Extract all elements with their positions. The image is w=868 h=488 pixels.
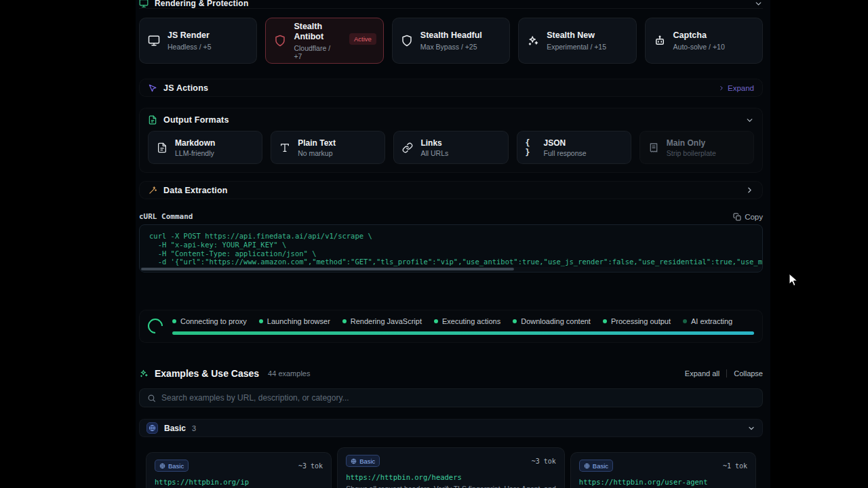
progress-steps: Connecting to proxy Launching browser Re…: [172, 317, 754, 325]
badge-label: Basic: [168, 462, 184, 470]
chevron-down-icon[interactable]: [747, 424, 755, 432]
format-card-main-only[interactable]: Main Only Strip boilerplate: [639, 131, 754, 164]
loading-spinner-icon: [144, 315, 165, 336]
robot-icon: [654, 35, 666, 47]
chevron-right-icon: [718, 85, 725, 92]
code-line: curl -X POST https://api.finedata.ai/api…: [149, 232, 753, 241]
step-label: Executing actions: [442, 317, 500, 325]
format-card-links[interactable]: Links All URLs: [393, 131, 508, 164]
category-row-basic[interactable]: Basic 3: [139, 419, 763, 437]
card-title: Stealth Headful: [420, 30, 482, 41]
protection-cards-row: JS Render Headless / +5 Stealth Antibot …: [139, 18, 763, 64]
section-title: JS Actions: [163, 83, 208, 93]
status-dot-icon: [259, 319, 263, 323]
section-title: Output Formats: [163, 115, 229, 125]
status-dot-icon: [683, 319, 687, 323]
status-dot-icon: [603, 319, 607, 323]
mouse-cursor-icon: [789, 273, 799, 287]
step-label: Launching browser: [267, 317, 330, 325]
basic-badge: Basic: [155, 460, 189, 472]
expand-label: Expand: [728, 84, 754, 92]
example-description: Shows all request headers. Verify TLS fi…: [346, 485, 556, 488]
monitor-icon: [148, 35, 160, 47]
chevron-down-icon[interactable]: [745, 116, 754, 125]
rendering-protection-header[interactable]: Rendering & Protection: [139, 0, 763, 9]
code-line: -H "Content-Type: application/json" \: [149, 249, 753, 258]
protection-card-js-render[interactable]: JS Render Headless / +5: [139, 18, 257, 64]
badge-label: Basic: [593, 462, 608, 470]
active-badge: Active: [349, 33, 376, 45]
step-label: Rendering JavaScript: [351, 317, 422, 325]
horizontal-scrollbar[interactable]: [140, 267, 762, 271]
globe-icon: [351, 458, 357, 464]
curl-code-block[interactable]: curl -X POST https://api.finedata.ai/api…: [139, 224, 763, 272]
document-icon: [157, 142, 167, 153]
copy-icon: [733, 213, 741, 221]
protection-card-stealth-headful[interactable]: Stealth Headful Max Bypass / +25: [392, 18, 510, 64]
examples-header: Examples & Use Cases 44 examples Expand …: [139, 368, 763, 379]
section-data-extraction[interactable]: Data Extraction: [139, 181, 763, 199]
card-title: JS Render: [167, 30, 212, 41]
search-input[interactable]: [161, 393, 755, 403]
format-card-markdown[interactable]: Markdown LLM-friendly: [148, 131, 262, 164]
expand-all-button[interactable]: Expand all: [685, 369, 719, 378]
chevron-right-icon[interactable]: [745, 186, 754, 195]
protection-card-stealth-new[interactable]: Stealth New Experimental / +15: [518, 18, 636, 64]
protection-card-captcha[interactable]: Captcha Auto-solve / +10: [645, 18, 763, 64]
chevron-down-icon[interactable]: [754, 0, 763, 8]
wand-icon: [148, 186, 157, 195]
cursor-pointer-icon: [148, 83, 157, 93]
shield-icon: [274, 35, 286, 47]
example-url: https://httpbin.org/headers: [346, 473, 556, 481]
collapse-button[interactable]: Collapse: [734, 369, 763, 378]
progress-step: Downloading content: [513, 317, 591, 325]
code-line: -d '{"url":"https://www.amazon.com","met…: [149, 258, 753, 266]
card-subtitle: Full response: [544, 149, 587, 157]
step-label: AI extracting: [691, 317, 732, 325]
page: Rendering & Protection JS Render Headles…: [0, 0, 868, 488]
section-output-formats: Output Formats Markdown LLM-friendly: [139, 108, 763, 173]
card-subtitle: No markup: [298, 149, 336, 157]
output-formats-header[interactable]: Output Formats: [148, 115, 754, 125]
examples-title: Examples & Use Cases: [155, 368, 259, 379]
example-card-headers[interactable]: Basic ~3 tok https://httpbin.org/headers…: [337, 447, 565, 488]
token-estimate: ~3 tok: [298, 462, 323, 470]
card-subtitle: All URLs: [420, 149, 448, 157]
badge-label: Basic: [359, 458, 375, 465]
card-subtitle: Max Bypass / +25: [420, 43, 482, 51]
scrollbar-thumb[interactable]: [141, 268, 514, 270]
progress-step: Connecting to proxy: [172, 317, 247, 325]
protection-card-stealth-antibot[interactable]: Stealth Antibot Cloudflare / +7 Active: [265, 18, 383, 64]
section-rendering-protection: Rendering & Protection JS Render Headles…: [139, 0, 763, 64]
card-subtitle: LLM-friendly: [175, 149, 215, 157]
status-dot-icon: [434, 319, 438, 323]
examples-count: 44 examples: [268, 369, 310, 378]
card-subtitle: Auto-solve / +10: [673, 43, 725, 51]
section-title: Data Extraction: [163, 186, 228, 195]
token-estimate: ~3 tok: [532, 458, 556, 465]
example-card-user-agent[interactable]: Basic ~1 tok https://httpbin.org/user-ag…: [570, 452, 756, 488]
category-name: Basic: [164, 424, 186, 433]
expand-link[interactable]: Expand: [718, 84, 754, 92]
status-dot-icon: [172, 319, 176, 323]
card-title: Stealth Antibot: [294, 22, 337, 42]
section-js-actions: JS Actions Expand: [139, 79, 763, 97]
copy-button[interactable]: Copy: [733, 213, 763, 221]
curl-label: cURL Command: [139, 212, 193, 221]
basic-badge: Basic: [346, 455, 380, 467]
card-subtitle: Cloudflare / +7: [294, 44, 337, 60]
progress-step: Launching browser: [259, 317, 330, 325]
progress-step: Processing output: [603, 317, 671, 325]
example-card-ip[interactable]: Basic ~3 tok https://httpbin.org/ip: [146, 452, 332, 488]
progress-step: Rendering JavaScript: [342, 317, 422, 325]
token-estimate: ~1 tok: [723, 462, 747, 470]
section-title: Rendering & Protection: [155, 0, 248, 8]
format-card-json[interactable]: { } JSON Full response: [517, 131, 631, 164]
example-url: https://httpbin.org/user-agent: [579, 478, 747, 486]
format-card-plain-text[interactable]: Plain Text No markup: [271, 131, 385, 164]
card-subtitle: Strip boilerplate: [667, 149, 716, 157]
js-actions-header: JS Actions: [148, 83, 208, 93]
example-url: https://httpbin.org/ip: [155, 478, 323, 486]
code-line: -H "x-api-key: YOUR_API_KEY" \: [149, 241, 753, 249]
status-dot-icon: [513, 319, 517, 323]
